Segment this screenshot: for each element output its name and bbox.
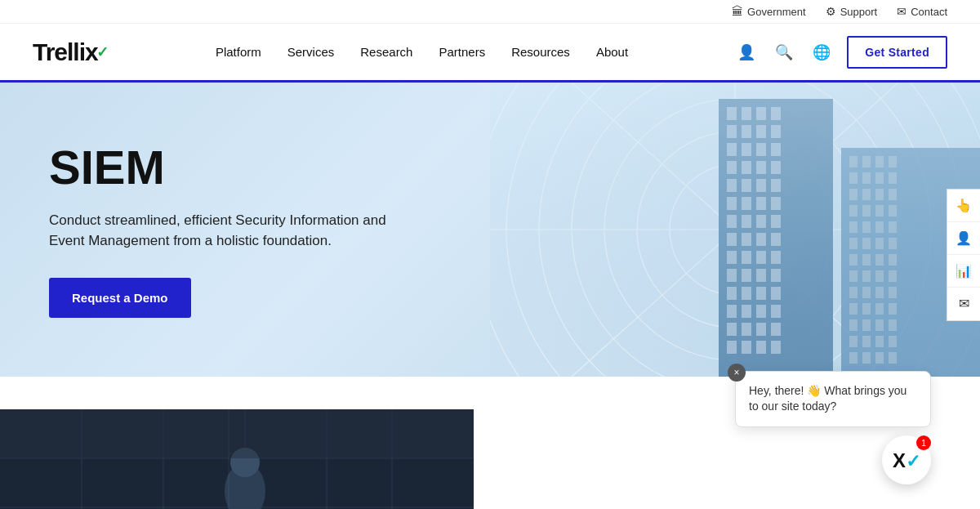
logo-checkmark: ✓ (96, 44, 108, 60)
chat-badge: 1 (916, 435, 931, 450)
support-link[interactable]: ⚙ Support (826, 5, 878, 18)
main-nav: Trellix✓ Platform Services Research Part… (0, 24, 980, 83)
chat-widget: × Hey, there! 👋 What brings you to our s… (735, 371, 931, 484)
government-label: Government (747, 6, 806, 18)
nav-research[interactable]: Research (350, 38, 422, 65)
government-icon: 🏛 (732, 5, 743, 18)
chat-message: Hey, there! 👋 What brings you to our sit… (749, 384, 906, 413)
nav-partners[interactable]: Partners (429, 38, 495, 65)
nav-services[interactable]: Services (278, 38, 345, 65)
side-pointer-button[interactable]: 👆 (947, 190, 980, 222)
chat-logo: X✓ (893, 447, 920, 473)
nav-resources[interactable]: Resources (501, 38, 580, 65)
below-image (0, 409, 474, 509)
government-link[interactable]: 🏛 Government (732, 5, 806, 18)
nav-right: 👤 🔍 🌐 Get Started (734, 36, 947, 69)
get-started-button[interactable]: Get Started (847, 36, 947, 69)
logo[interactable]: Trellix✓ (33, 38, 109, 66)
chat-check-icon: ✓ (906, 451, 920, 471)
hero-building-graphic (490, 83, 980, 377)
contact-icon: ✉ (897, 5, 906, 18)
support-label: Support (840, 6, 878, 18)
nav-platform[interactable]: Platform (206, 38, 271, 65)
hero-section: SIEM Conduct streamlined, efficient Secu… (0, 83, 980, 377)
chat-close-button[interactable]: × (728, 364, 746, 382)
chat-avatar-button[interactable]: X✓ 1 (882, 435, 931, 484)
nav-links: Platform Services Research Partners Reso… (206, 38, 638, 65)
hero-content: SIEM Conduct streamlined, efficient Secu… (0, 109, 457, 350)
side-actions-panel: 👆 👤 📊 ✉ (947, 189, 980, 321)
globe-icon-button[interactable]: 🌐 (809, 40, 834, 65)
logo-x: x✓ (85, 38, 109, 66)
side-user-button[interactable]: 👤 (947, 222, 980, 255)
chat-bubble: × Hey, there! 👋 What brings you to our s… (735, 371, 931, 427)
svg-rect-121 (490, 83, 980, 377)
support-icon: ⚙ (826, 5, 836, 18)
logo-text: Trellix✓ (33, 38, 109, 66)
contact-link[interactable]: ✉ Contact (897, 5, 947, 18)
search-icon-button[interactable]: 🔍 (772, 40, 796, 65)
utility-bar: 🏛 Government ⚙ Support ✉ Contact (0, 0, 980, 24)
nav-about[interactable]: About (586, 38, 638, 65)
hero-title: SIEM (49, 141, 408, 194)
side-email-button[interactable]: ✉ (947, 288, 980, 320)
side-chart-button[interactable]: 📊 (947, 255, 980, 288)
contact-label: Contact (911, 6, 947, 18)
user-icon-button[interactable]: 👤 (734, 40, 759, 65)
svg-rect-133 (0, 409, 474, 458)
request-demo-button[interactable]: Request a Demo (49, 278, 191, 318)
hero-description: Conduct streamlined, efficient Security … (49, 210, 408, 252)
